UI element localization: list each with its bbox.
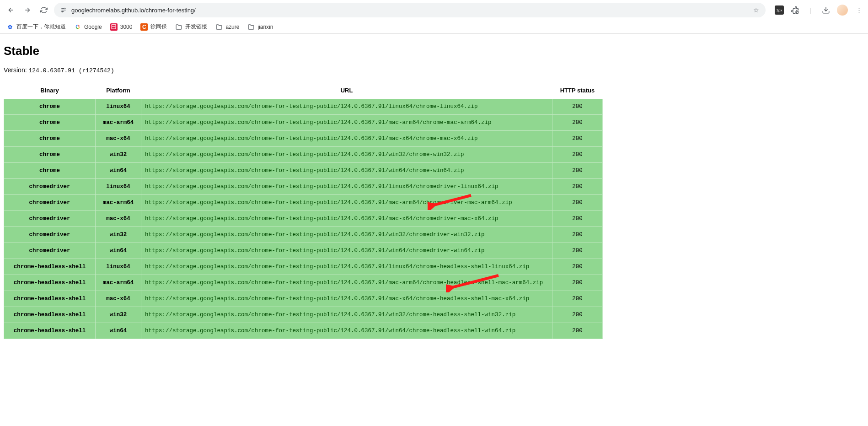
cell-status: 200 [552, 291, 603, 307]
cell-binary: chrome [4, 147, 96, 163]
cell-url: https://storage.googleapis.com/chrome-fo… [141, 131, 552, 147]
cell-binary: chromedriver [4, 179, 96, 195]
version-revision: (r1274542) [75, 67, 114, 74]
cell-status: 200 [552, 115, 603, 131]
download-link[interactable]: https://storage.googleapis.com/chrome-fo… [145, 312, 515, 318]
cell-url: https://storage.googleapis.com/chrome-fo… [141, 227, 552, 243]
forward-button[interactable] [21, 4, 34, 16]
table-row: chrome-headless-shellwin64https://storag… [4, 323, 603, 339]
orange-square-icon: C [140, 23, 148, 31]
download-link[interactable]: https://storage.googleapis.com/chrome-fo… [145, 296, 529, 302]
folder-icon [247, 23, 255, 31]
download-link[interactable]: https://storage.googleapis.com/chrome-fo… [145, 119, 492, 126]
red-square-icon: 曰 [110, 23, 118, 31]
download-link[interactable]: https://storage.googleapis.com/chrome-fo… [145, 328, 515, 334]
cell-url: https://storage.googleapis.com/chrome-fo… [141, 275, 552, 291]
download-link[interactable]: https://storage.googleapis.com/chrome-fo… [145, 280, 543, 286]
download-link[interactable]: https://storage.googleapis.com/chrome-fo… [145, 103, 478, 110]
cell-platform: mac-x64 [96, 131, 141, 147]
cell-platform: win64 [96, 323, 141, 339]
bookmark-item[interactable]: GGoogle [74, 23, 102, 31]
cell-status: 200 [552, 243, 603, 259]
cell-url: https://storage.googleapis.com/chrome-fo… [141, 259, 552, 275]
bookmark-label: azure [225, 24, 239, 30]
google-icon: G [74, 23, 81, 31]
bookmark-item[interactable]: 开发链接 [175, 23, 207, 31]
cell-status: 200 [552, 323, 603, 339]
download-link[interactable]: https://storage.googleapis.com/chrome-fo… [145, 135, 478, 142]
table-row: chromewin64https://storage.googleapis.co… [4, 163, 603, 179]
extension-1px-icon[interactable]: 1px [775, 5, 784, 15]
download-link[interactable]: https://storage.googleapis.com/chrome-fo… [145, 151, 464, 158]
cell-status: 200 [552, 99, 603, 115]
cell-status: 200 [552, 195, 603, 211]
bookmark-label: 开发链接 [185, 23, 207, 31]
cell-platform: win64 [96, 163, 141, 179]
download-link[interactable]: https://storage.googleapis.com/chrome-fo… [145, 248, 485, 254]
table-header-row: Binary Platform URL HTTP status [4, 82, 603, 99]
cell-status: 200 [552, 131, 603, 147]
folder-icon [215, 23, 223, 31]
table-row: chrome-headless-shellwin32https://storag… [4, 307, 603, 323]
page-content: Stable Version: 124.0.6367.91 (r1274542)… [0, 34, 868, 353]
cell-binary: chromedriver [4, 211, 96, 227]
cell-binary: chrome-headless-shell [4, 275, 96, 291]
cell-binary: chromedriver [4, 195, 96, 211]
version-number: 124.0.6367.91 [28, 67, 75, 74]
cell-url: https://storage.googleapis.com/chrome-fo… [141, 195, 552, 211]
cell-url: https://storage.googleapis.com/chrome-fo… [141, 291, 552, 307]
site-info-icon[interactable] [59, 6, 68, 14]
cell-binary: chrome [4, 115, 96, 131]
svg-point-0 [64, 8, 65, 9]
separator: | [806, 5, 815, 15]
cell-binary: chrome [4, 99, 96, 115]
cell-status: 200 [552, 307, 603, 323]
bookmarks-bar: ✿百度一下，你就知道GGoogle曰3000C徐同保开发链接azurejianx… [0, 20, 868, 33]
download-link[interactable]: https://storage.googleapis.com/chrome-fo… [145, 264, 529, 270]
bookmark-label: 徐同保 [150, 23, 167, 31]
cell-platform: mac-arm64 [96, 275, 141, 291]
download-link[interactable]: https://storage.googleapis.com/chrome-fo… [145, 216, 498, 222]
cell-status: 200 [552, 211, 603, 227]
bookmark-item[interactable]: jianxin [247, 23, 273, 31]
cell-platform: win32 [96, 227, 141, 243]
cell-platform: mac-arm64 [96, 115, 141, 131]
back-button[interactable] [5, 4, 17, 16]
cell-binary: chromedriver [4, 243, 96, 259]
col-status: HTTP status [552, 82, 603, 99]
bookmark-item[interactable]: azure [215, 23, 239, 31]
table-row: chromelinux64https://storage.googleapis.… [4, 99, 603, 115]
browser-toolbar: googlechromelabs.github.io/chrome-for-te… [0, 0, 868, 20]
download-link[interactable]: https://storage.googleapis.com/chrome-fo… [145, 200, 512, 206]
profile-avatar[interactable] [837, 5, 848, 16]
col-binary: Binary [4, 82, 96, 99]
extensions-icon[interactable] [790, 5, 799, 15]
cell-platform: win32 [96, 307, 141, 323]
cell-url: https://storage.googleapis.com/chrome-fo… [141, 99, 552, 115]
cell-url: https://storage.googleapis.com/chrome-fo… [141, 163, 552, 179]
cell-binary: chrome [4, 163, 96, 179]
download-link[interactable]: https://storage.googleapis.com/chrome-fo… [145, 183, 498, 190]
bookmark-item[interactable]: C徐同保 [140, 23, 167, 31]
table-row: chromemac-x64https://storage.googleapis.… [4, 131, 603, 147]
download-link[interactable]: https://storage.googleapis.com/chrome-fo… [145, 167, 464, 174]
cell-platform: win32 [96, 147, 141, 163]
table-row: chromedrivermac-x64https://storage.googl… [4, 211, 603, 227]
bookmark-label: 百度一下，你就知道 [16, 23, 66, 31]
download-link[interactable]: https://storage.googleapis.com/chrome-fo… [145, 232, 485, 238]
menu-dots-icon[interactable]: ⋮ [854, 5, 863, 15]
bookmark-item[interactable]: 曰3000 [110, 23, 133, 31]
bookmark-star-icon[interactable]: ☆ [752, 6, 760, 14]
version-line: Version: 124.0.6367.91 (r1274542) [4, 66, 864, 74]
baidu-icon: ✿ [6, 23, 14, 31]
cell-platform: mac-x64 [96, 211, 141, 227]
col-url: URL [141, 82, 552, 99]
reload-button[interactable] [38, 4, 50, 16]
downloads-table: Binary Platform URL HTTP status chromeli… [4, 82, 603, 339]
address-bar[interactable]: googlechromelabs.github.io/chrome-for-te… [54, 3, 766, 17]
folder-icon [175, 23, 182, 31]
cell-status: 200 [552, 259, 603, 275]
bookmark-label: jianxin [257, 24, 273, 30]
download-icon[interactable] [821, 5, 830, 15]
bookmark-item[interactable]: ✿百度一下，你就知道 [6, 23, 66, 31]
